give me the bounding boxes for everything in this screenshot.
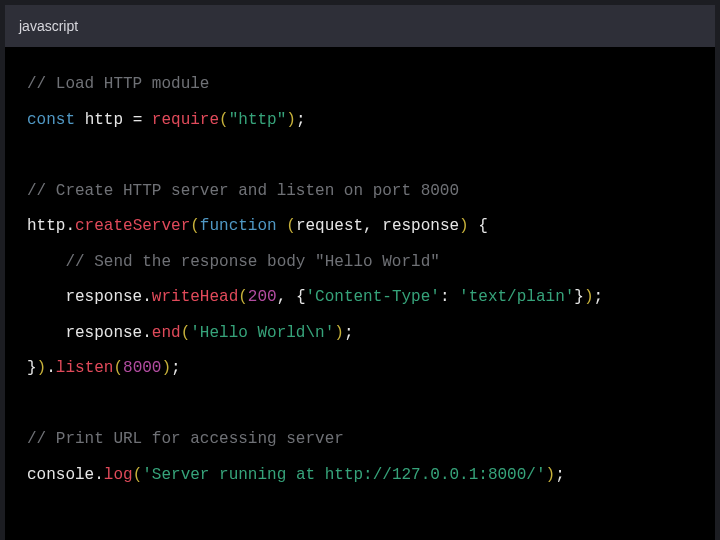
code-token (27, 146, 37, 164)
indent (27, 288, 65, 306)
code-block-container: javascript // Load HTTP moduleconst http… (0, 0, 720, 540)
code-line: response.writeHead(200, {'Content-Type':… (27, 280, 715, 316)
code-token: http (27, 217, 65, 235)
code-line: }).listen(8000); (27, 351, 715, 387)
code-token: createServer (75, 217, 190, 235)
code-token (277, 217, 287, 235)
indent (27, 253, 65, 271)
code-token (27, 395, 37, 413)
code-token: ; (594, 288, 604, 306)
code-line (27, 138, 715, 174)
code-line (27, 387, 715, 423)
code-token (123, 111, 133, 129)
code-token: 200 (248, 288, 277, 306)
code-token: function (200, 217, 277, 235)
code-token: "http" (229, 111, 287, 129)
code-token: // Send the response body "Hello World" (65, 253, 439, 271)
code-token: . (142, 324, 152, 342)
code-token: ) (546, 466, 556, 484)
code-block-header: javascript (5, 5, 715, 47)
code-token: // Create HTTP server and listen on port… (27, 182, 459, 200)
code-token: http (85, 111, 123, 129)
code-token: { (478, 217, 488, 235)
code-token: 'Server running at http://127.0.0.1:8000… (142, 466, 545, 484)
code-token: , (363, 217, 382, 235)
code-token: // Print URL for accessing server (27, 430, 344, 448)
code-token: . (142, 288, 152, 306)
code-token: . (65, 217, 75, 235)
code-token: ) (459, 217, 469, 235)
code-token: ( (190, 217, 200, 235)
code-line: // Send the response body "Hello World" (27, 245, 715, 281)
code-token: require (152, 111, 219, 129)
code-token: ( (133, 466, 143, 484)
code-token: writeHead (152, 288, 238, 306)
code-token (142, 111, 152, 129)
code-token: ( (113, 359, 123, 377)
indent (27, 324, 65, 342)
code-token: ( (219, 111, 229, 129)
code-token: ; (296, 111, 306, 129)
code-token: . (94, 466, 104, 484)
code-line: response.end('Hello World\n'); (27, 316, 715, 352)
code-token (469, 217, 479, 235)
code-line: http.createServer(function (request, res… (27, 209, 715, 245)
code-token: end (152, 324, 181, 342)
code-token: ( (286, 217, 296, 235)
code-token: response (382, 217, 459, 235)
code-token: . (46, 359, 56, 377)
code-token: } (574, 288, 584, 306)
code-token: ) (584, 288, 594, 306)
code-token: } (27, 359, 37, 377)
code-token (75, 111, 85, 129)
code-token: 'text/plain' (459, 288, 574, 306)
language-label: javascript (19, 18, 78, 34)
code-token: log (104, 466, 133, 484)
code-line: // Print URL for accessing server (27, 422, 715, 458)
code-token: ; (555, 466, 565, 484)
code-token: listen (56, 359, 114, 377)
code-area[interactable]: // Load HTTP moduleconst http = require(… (5, 47, 715, 540)
code-line: // Load HTTP module (27, 67, 715, 103)
code-token: ) (37, 359, 47, 377)
code-token: ; (344, 324, 354, 342)
code-token: 'Hello World\n' (190, 324, 334, 342)
code-token: ) (161, 359, 171, 377)
code-token: ) (286, 111, 296, 129)
code-token: 8000 (123, 359, 161, 377)
code-token: : (440, 288, 459, 306)
code-token: ( (238, 288, 248, 306)
code-line: console.log('Server running at http://12… (27, 458, 715, 494)
code-token: , (277, 288, 296, 306)
code-token: ; (171, 359, 181, 377)
code-token: response (65, 288, 142, 306)
code-token: // Load HTTP module (27, 75, 209, 93)
code-token: ) (334, 324, 344, 342)
code-token: request (296, 217, 363, 235)
code-token: console (27, 466, 94, 484)
code-token: const (27, 111, 75, 129)
code-token: ( (181, 324, 191, 342)
code-line: // Create HTTP server and listen on port… (27, 174, 715, 210)
code-token: 'Content-Type' (305, 288, 439, 306)
code-line: const http = require("http"); (27, 103, 715, 139)
code-token: response (65, 324, 142, 342)
code-token: = (133, 111, 143, 129)
